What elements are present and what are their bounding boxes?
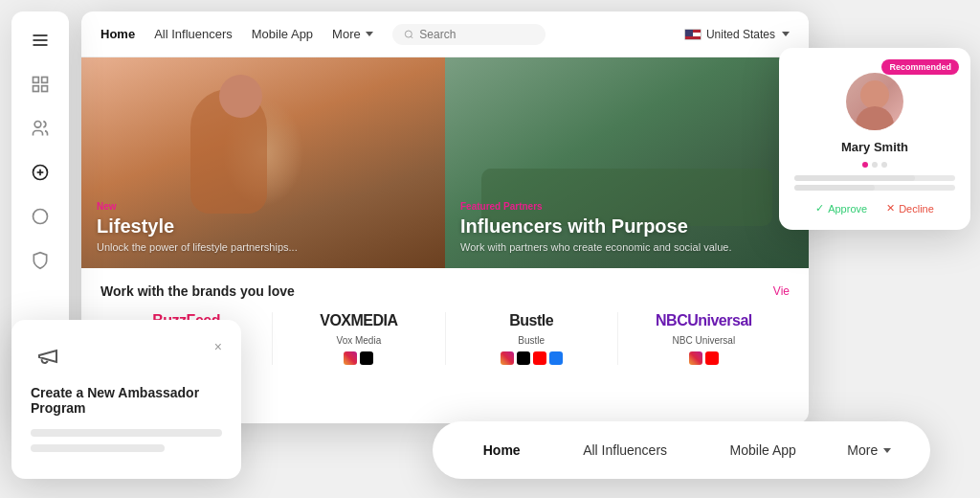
bottom-nav-home[interactable]: Home — [472, 435, 532, 465]
hero-tag-featured: Featured Partners — [460, 201, 793, 212]
nav-dots — [794, 162, 955, 168]
bottom-nav-more[interactable]: More — [847, 442, 891, 458]
svg-rect-4 — [42, 78, 48, 83]
youtube-icon — [705, 351, 719, 365]
sidebar-menu-icon[interactable] — [27, 27, 54, 54]
nav-mobile-app[interactable]: Mobile App — [252, 27, 313, 41]
nav-all-influencers[interactable]: All Influencers — [154, 27, 233, 41]
recommend-card: Recommended Mary Smith ✓ Approve ✕ Decli… — [779, 48, 970, 230]
tiktok-icon — [360, 351, 373, 365]
action-buttons: ✓ Approve ✕ Decline — [794, 202, 955, 215]
brands-header: Work with the brands you love Vie — [100, 283, 790, 299]
chevron-country-icon — [782, 32, 790, 36]
country-selector[interactable]: United States — [684, 28, 790, 41]
svg-point-11 — [33, 210, 48, 224]
brand-bustle[interactable]: Bustle Bustle — [446, 312, 618, 365]
x-icon: ✕ — [886, 202, 895, 215]
svg-rect-5 — [33, 86, 39, 92]
hero-tag-new: New — [97, 201, 430, 212]
close-button[interactable]: × — [214, 339, 222, 354]
bustle-label: Bustle — [518, 335, 545, 346]
svg-line-13 — [411, 36, 412, 38]
avatar — [846, 73, 903, 130]
brands-title: Work with the brands you love — [100, 283, 295, 299]
hero-section: New Lifestyle Unlock the power of lifest… — [81, 57, 809, 268]
hero-card-info-right: Featured Partners Influencers with Purpo… — [460, 201, 793, 253]
hero-title-lifestyle: Lifestyle — [97, 215, 430, 238]
dot-active — [862, 162, 868, 168]
svg-point-7 — [34, 122, 41, 128]
bottom-nav-all-influencers[interactable]: All Influencers — [571, 435, 679, 465]
vox-logo: VOXMEDIA — [320, 312, 397, 329]
ambassador-header: × — [31, 339, 222, 374]
ambassador-title: Create a New Ambassador Program — [31, 385, 222, 416]
bottom-nav: Home All Influencers Mobile App More — [433, 421, 930, 479]
input-bar-2[interactable] — [31, 444, 165, 452]
facebook-icon — [549, 351, 563, 365]
svg-rect-6 — [42, 86, 48, 92]
avatar-body — [856, 106, 894, 130]
search-input[interactable] — [419, 28, 533, 41]
nbc-logo: NBCUniversal — [656, 312, 752, 329]
nav-more[interactable]: More — [332, 27, 373, 41]
stat-bar-1 — [794, 175, 955, 181]
approve-button[interactable]: ✓ Approve — [815, 202, 867, 215]
hero-desc-purpose: Work with partners who create economic a… — [460, 241, 793, 253]
person-name: Mary Smith — [794, 140, 955, 154]
brand-voxmedia[interactable]: VOXMEDIA Vox Media — [273, 312, 445, 365]
dot-2 — [881, 162, 887, 168]
hero-card-lifestyle[interactable]: New Lifestyle Unlock the power of lifest… — [81, 57, 445, 268]
hero-card-purpose[interactable]: Featured Partners Influencers with Purpo… — [445, 57, 809, 268]
stat-fill-1 — [794, 175, 915, 181]
sidebar-lightning-icon[interactable] — [27, 203, 54, 230]
search-icon — [404, 29, 414, 40]
nbc-label: NBC Universal — [673, 335, 736, 346]
chevron-down-icon — [366, 32, 373, 36]
ambassador-card: × Create a New Ambassador Program — [11, 320, 241, 479]
vox-socials — [344, 351, 373, 365]
bustle-socials — [501, 351, 563, 365]
megaphone-icon — [31, 339, 65, 374]
stat-fill-2 — [794, 185, 875, 191]
brands-view-link[interactable]: Vie — [773, 284, 790, 298]
instagram-icon — [501, 351, 514, 365]
avatar-face — [860, 80, 889, 109]
vox-label: Vox Media — [337, 335, 382, 346]
tiktok-icon — [517, 351, 530, 365]
bustle-logo: Bustle — [509, 312, 553, 329]
nbc-socials — [689, 351, 719, 365]
brand-nbc[interactable]: NBCUniversal NBC Universal — [618, 312, 790, 365]
hero-title-purpose: Influencers with Purpose — [460, 215, 793, 238]
decline-button[interactable]: ✕ Decline — [886, 202, 934, 215]
chevron-more-icon — [883, 448, 891, 453]
instagram-icon — [689, 351, 702, 365]
sidebar-grid-icon[interactable] — [27, 71, 54, 98]
bottom-nav-mobile-app[interactable]: Mobile App — [719, 435, 808, 465]
sidebar-shield-icon[interactable] — [27, 247, 54, 274]
stats-bars — [794, 175, 955, 191]
hero-card-info-left: New Lifestyle Unlock the power of lifest… — [97, 201, 430, 253]
navbar: Home All Influencers Mobile App More Uni… — [81, 11, 809, 57]
flag-icon — [684, 29, 702, 40]
nav-home[interactable]: Home — [100, 27, 135, 41]
sidebar-edit-icon[interactable] — [27, 159, 54, 186]
youtube-icon — [533, 351, 546, 365]
input-bar-1[interactable] — [31, 429, 222, 437]
dot-1 — [872, 162, 878, 168]
stat-bar-2 — [794, 185, 955, 191]
svg-rect-3 — [33, 78, 39, 83]
svg-point-12 — [405, 31, 412, 37]
hero-desc-lifestyle: Unlock the power of lifestyle partnershi… — [97, 241, 430, 253]
checkmark-icon: ✓ — [815, 202, 824, 215]
instagram-icon — [344, 351, 357, 365]
search-bar[interactable] — [392, 24, 546, 45]
recommended-badge: Recommended — [881, 59, 959, 75]
sidebar-users-icon[interactable] — [27, 115, 54, 142]
